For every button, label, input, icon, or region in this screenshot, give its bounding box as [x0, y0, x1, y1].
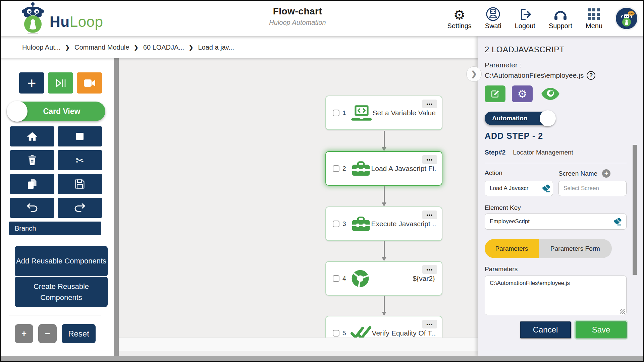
delete-button[interactable]	[10, 150, 54, 170]
edit-step-button[interactable]	[485, 85, 505, 102]
sidebar-scrollbar-thumb[interactable]	[114, 58, 119, 357]
clear-element-key-button[interactable]	[613, 218, 622, 226]
zoom-in-button[interactable]: +	[15, 324, 33, 343]
page-title-block: Flow-chart Huloop Automation	[235, 6, 360, 26]
step-2-menu-button[interactable]: •••	[422, 155, 437, 164]
step-1-title: Set a Variable Value	[373, 109, 436, 117]
nav-settings-label: Settings	[447, 22, 472, 30]
step-1-checkbox[interactable]	[333, 110, 339, 116]
nav-settings[interactable]: ⚙ Settings	[447, 7, 472, 30]
save-button[interactable]: Save	[576, 321, 627, 338]
redo-icon	[73, 203, 87, 213]
step-1-menu-button[interactable]: •••	[422, 100, 437, 108]
reset-button[interactable]: Reset	[62, 324, 96, 343]
textarea-resize-handle[interactable]	[620, 309, 625, 314]
redo-button[interactable]	[58, 198, 102, 218]
flowchart-canvas[interactable]: 1 Set a Variable Value ••• 2	[119, 58, 478, 338]
zoom-out-button[interactable]: −	[38, 324, 57, 343]
panel-scrollbar-thumb[interactable]	[633, 145, 637, 275]
canvas-scroll-track[interactable]	[119, 338, 478, 351]
toggle-knob[interactable]	[7, 101, 28, 122]
sidebar-scrollbar[interactable]	[114, 58, 119, 357]
chevron-right-icon: ❯	[471, 70, 477, 78]
sidebar-top-row: +	[19, 72, 114, 94]
stop-icon	[76, 133, 84, 140]
parameters-textarea[interactable]: C:\AutomationFiles\employee.js	[485, 276, 627, 315]
step-3-menu-button[interactable]: •••	[422, 210, 437, 219]
parameter-value: C:\AutomationFiles\employee.js	[485, 71, 584, 79]
add-step-button[interactable]: +	[19, 72, 44, 94]
page-title: Flow-chart	[235, 6, 360, 17]
branch-button[interactable]: Branch	[9, 222, 101, 235]
step-3-checkbox[interactable]	[333, 221, 339, 227]
breadcrumb-item-1[interactable]: Huloop Aut...	[22, 44, 61, 51]
step-4-checkbox[interactable]	[333, 275, 339, 282]
parameters-label: Parameters	[485, 265, 627, 273]
horizontal-scrollbar[interactable]	[1, 356, 643, 361]
flow-step-3[interactable]: 3 Execute Javascript ... •••	[325, 206, 442, 241]
step-5-checkbox[interactable]	[333, 330, 339, 337]
screen-name-input[interactable]	[558, 181, 627, 196]
run-pause-button[interactable]	[48, 72, 73, 94]
nav-logout[interactable]: Logout	[515, 7, 535, 30]
screen-name-label: Screen Name	[558, 170, 597, 177]
logout-icon	[518, 7, 532, 21]
step-5-menu-button[interactable]: •••	[422, 320, 437, 328]
flow-arrow	[382, 296, 386, 316]
step-2-checkbox[interactable]	[333, 165, 339, 172]
breadcrumb-item-3[interactable]: 60 LOADJA...	[143, 44, 184, 51]
automation-toggle-label: Automation	[485, 115, 528, 122]
parameters-tab-group: Parameters Parameters Form	[485, 239, 612, 258]
flow-step-2[interactable]: 2 Load A Javascript Fi... •••	[325, 151, 442, 186]
element-key-input[interactable]	[485, 214, 627, 230]
headphones-icon	[553, 7, 568, 21]
double-check-icon	[351, 325, 372, 338]
step-settings-button[interactable]: ⚙	[512, 85, 533, 102]
sidebar-button-grid: ✂	[10, 126, 114, 218]
add-screen-icon[interactable]: +	[602, 169, 610, 178]
horizontal-scrollbar-thumb[interactable]	[1, 356, 643, 361]
eye-icon	[541, 87, 560, 100]
parameter-label: Parameter :	[485, 61, 627, 69]
copy-button[interactable]	[10, 174, 54, 194]
record-button[interactable]	[77, 72, 102, 94]
flow-step-4[interactable]: 4 ${var2} •••	[325, 261, 442, 296]
save-flow-button[interactable]	[58, 174, 102, 194]
nav-user-swati[interactable]: Swati	[485, 7, 501, 30]
scissors-icon: ✂	[75, 155, 84, 166]
add-reusable-components-button[interactable]: Add Reusable Components	[15, 246, 108, 276]
create-reusable-components-button[interactable]: Create Reusable Components	[15, 277, 108, 307]
tab-parameters[interactable]: Parameters	[485, 239, 539, 258]
undo-button[interactable]	[10, 198, 54, 218]
step-5-number: 5	[342, 329, 346, 337]
breadcrumb-separator: ❯	[189, 44, 193, 51]
stop-button[interactable]	[58, 126, 102, 146]
nav-menu[interactable]: Menu	[586, 7, 602, 30]
gear-icon: ⚙	[518, 88, 527, 99]
panel-collapse-button[interactable]: ❯	[466, 66, 482, 82]
flow-step-5[interactable]: 5 Verify Equality Of T... •••	[325, 316, 442, 338]
home-button[interactable]	[10, 126, 54, 146]
flow-arrow	[382, 241, 386, 261]
nav-swati-label: Swati	[485, 22, 501, 30]
card-view-toggle[interactable]: Card View	[8, 102, 105, 121]
cancel-button[interactable]: Cancel	[520, 321, 571, 338]
card-view-label: Card View	[33, 107, 80, 116]
step-4-menu-button[interactable]: •••	[422, 265, 437, 274]
step-1-number: 1	[342, 109, 346, 117]
flow-step-1[interactable]: 1 Set a Variable Value •••	[325, 96, 442, 130]
tab-parameters-form[interactable]: Parameters Form	[539, 239, 612, 258]
clear-action-button[interactable]	[542, 184, 550, 192]
automation-toggle-knob[interactable]	[540, 110, 556, 126]
help-icon[interactable]: ?	[587, 71, 595, 80]
preview-step-button[interactable]	[541, 87, 560, 100]
cut-button[interactable]: ✂	[58, 150, 102, 170]
grid-menu-icon	[588, 7, 600, 21]
user-avatar[interactable]	[616, 8, 637, 29]
nav-support[interactable]: Support	[549, 7, 572, 30]
automation-toggle[interactable]: Automation	[485, 112, 554, 125]
breadcrumb-item-2[interactable]: Command Module	[74, 44, 129, 51]
brand-loop: Loop	[70, 13, 103, 30]
breadcrumb-item-4[interactable]: Load a jav...	[198, 44, 234, 51]
huloop-logo[interactable]: HuLoop	[18, 2, 103, 36]
